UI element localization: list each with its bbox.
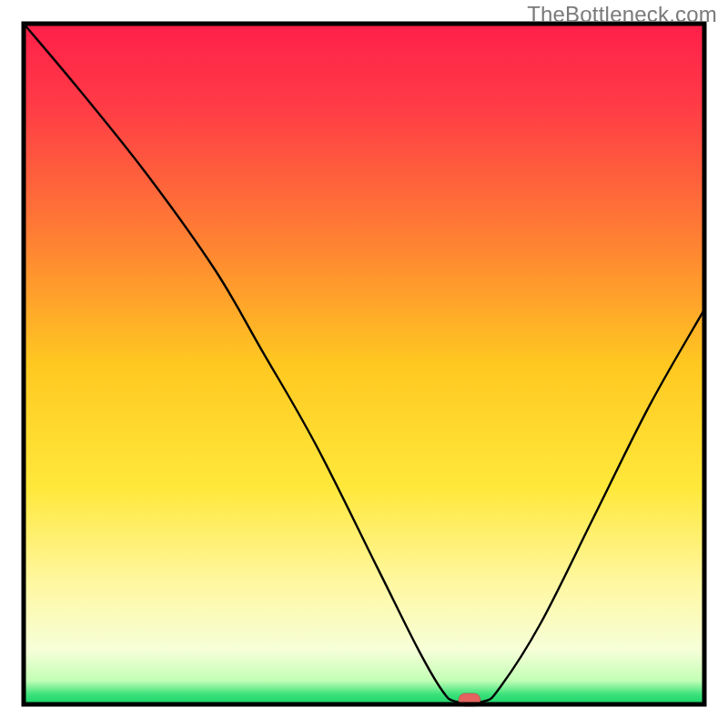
bottleneck-chart [0, 0, 728, 728]
chart-container: TheBottleneck.com [0, 0, 728, 728]
svg-rect-0 [24, 24, 704, 704]
watermark-text: TheBottleneck.com [527, 2, 717, 27]
plot-area [24, 24, 704, 704]
